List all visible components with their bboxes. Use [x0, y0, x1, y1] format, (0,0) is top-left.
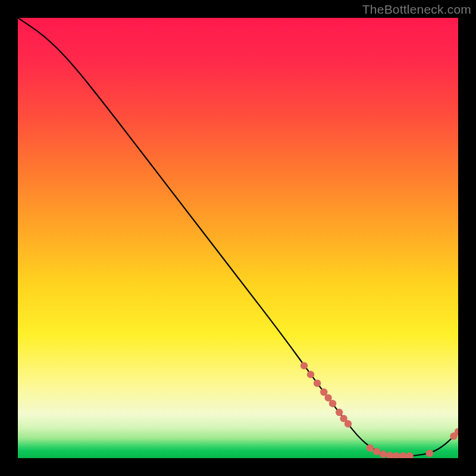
data-marker — [373, 448, 380, 455]
data-marker — [380, 450, 387, 458]
attribution-label: TheBottleneck.com — [362, 2, 471, 17]
plot-svg — [18, 18, 458, 458]
data-markers — [300, 362, 458, 458]
data-marker — [367, 444, 374, 452]
chart-root: TheBottleneck.com — [0, 0, 476, 476]
data-marker — [314, 380, 321, 387]
data-marker — [406, 452, 413, 458]
data-marker — [307, 371, 314, 378]
data-marker — [345, 420, 352, 427]
bottleneck-curve — [18, 18, 458, 456]
data-marker — [386, 452, 393, 458]
data-marker — [329, 400, 336, 407]
data-marker — [300, 362, 308, 369]
data-marker — [426, 450, 433, 457]
data-marker — [336, 409, 343, 416]
data-marker — [399, 452, 406, 458]
plot-area — [18, 18, 458, 458]
data-marker — [393, 452, 400, 458]
